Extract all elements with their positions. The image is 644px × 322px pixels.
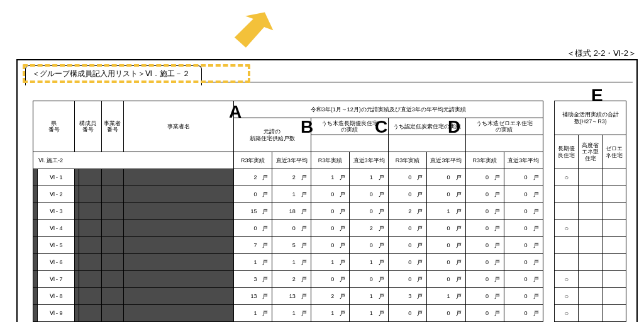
annotation-C: C (375, 117, 387, 137)
annotation-E: E (591, 86, 603, 106)
inner-top-line (25, 82, 633, 322)
annotation-B: B (301, 117, 313, 137)
highlight-dashed-box (23, 64, 250, 83)
annotation-A: A (229, 102, 242, 122)
annotation-D: D (448, 117, 460, 137)
arrow-icon (219, 3, 275, 59)
svg-marker-0 (233, 6, 275, 55)
form-code: ＜様式 2-2・Ⅵ-2＞ (567, 48, 636, 59)
